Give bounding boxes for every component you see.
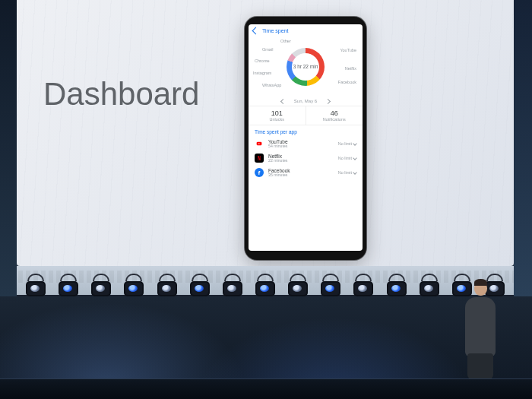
stat-notifications[interactable]: 46 Notifications — [306, 106, 363, 125]
youtube-icon — [255, 139, 264, 148]
stats-row: 101 Unlocks 46 Notifications — [249, 106, 363, 125]
chevron-down-icon — [353, 170, 357, 175]
segment-label-netflix: Netflix — [345, 66, 356, 71]
segment-label-gmail: Gmail — [262, 47, 273, 52]
appbar: Time spent — [249, 24, 363, 36]
stage-wall-left — [0, 0, 17, 296]
donut-chart: 3 hr 22 min YouTube Netflix Facebook Wha… — [249, 36, 363, 98]
app-limit[interactable]: No limit — [338, 156, 356, 160]
segment-label-instagram: Instagram — [253, 71, 271, 75]
stage-light — [220, 274, 245, 295]
stat-unlocks[interactable]: 101 Unlocks — [249, 106, 306, 125]
prev-day-icon[interactable] — [280, 98, 286, 103]
chevron-down-icon — [353, 142, 357, 147]
back-icon[interactable] — [252, 27, 260, 35]
app-subtitle: 54 minutes — [268, 144, 334, 149]
chevron-down-icon — [353, 156, 357, 160]
stat-unlocks-label: Unlocks — [250, 117, 304, 122]
stage-wall-right — [514, 0, 532, 296]
segment-label-whatsapp: WhatsApp — [262, 83, 281, 87]
stat-notifications-value: 46 — [308, 109, 362, 117]
app-row-netflix[interactable]: Netflix 22 minutes No limit — [249, 151, 363, 166]
stage-light — [88, 274, 114, 295]
stage-floor — [0, 378, 532, 399]
phone-screen: Time spent 3 hr 22 min YouTube Netflix F… — [249, 24, 363, 251]
stage-light — [416, 274, 442, 295]
stage-light — [187, 274, 213, 295]
next-day-icon[interactable] — [325, 98, 331, 103]
segment-label-youtube: YouTube — [340, 48, 356, 52]
app-row-youtube[interactable]: YouTube 54 minutes No limit — [249, 137, 363, 151]
lighting-truss — [17, 266, 514, 296]
stage-light — [252, 274, 278, 295]
stage-light — [55, 274, 81, 295]
presenter — [459, 279, 502, 378]
date-nav: Sun, May 6 — [249, 98, 363, 106]
svg-rect-1 — [258, 156, 258, 160]
segment-label-chrome: Chrome — [255, 59, 270, 63]
app-row-facebook[interactable]: Facebook 35 minutes No limit — [249, 166, 363, 180]
segment-label-facebook: Facebook — [338, 80, 356, 84]
slide-title: Dashboard — [43, 76, 199, 112]
date-label: Sun, May 6 — [294, 99, 317, 103]
app-subtitle: 35 minutes — [268, 173, 334, 178]
appbar-title: Time spent — [262, 28, 288, 33]
facebook-icon — [255, 168, 264, 177]
donut-center-text: 3 hr 22 min — [293, 64, 318, 69]
stage-light — [121, 274, 147, 295]
stage-light — [384, 274, 410, 295]
stage-light — [285, 274, 311, 295]
section-header: Time spent per app — [249, 125, 363, 137]
phone-mockup: Time spent 3 hr 22 min YouTube Netflix F… — [245, 17, 366, 260]
stat-unlocks-value: 101 — [250, 109, 304, 117]
app-limit[interactable]: No limit — [338, 141, 356, 146]
svg-rect-2 — [260, 156, 261, 160]
segment-label-other: Other — [280, 39, 291, 43]
app-subtitle: 22 minutes — [268, 159, 334, 163]
presentation-screen: Dashboard Time spent 3 hr 22 min YouTube… — [17, 0, 514, 266]
netflix-icon — [255, 154, 264, 163]
app-limit[interactable]: No limit — [338, 170, 356, 175]
stage-light — [350, 274, 376, 295]
stage-light — [154, 274, 180, 295]
stage-light — [23, 274, 49, 295]
stat-notifications-label: Notifications — [308, 117, 362, 122]
stage-light — [318, 274, 344, 295]
